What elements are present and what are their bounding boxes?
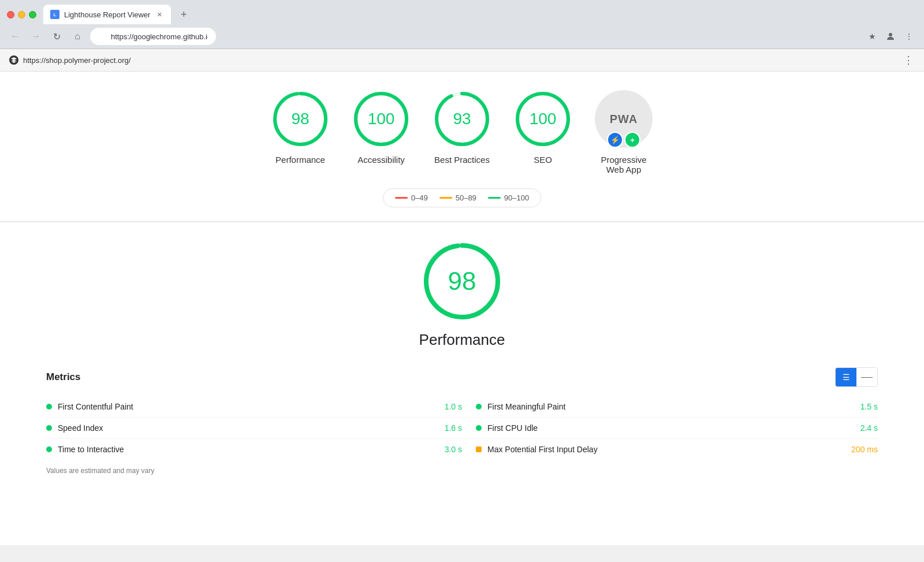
account-btn[interactable] <box>882 28 899 44</box>
metrics-grid: First Contentful Paint 1.0 s First Meani… <box>46 396 878 460</box>
toggle-detail-btn[interactable]: ── <box>856 368 877 386</box>
metric-name: First Meaningful Paint <box>487 402 855 411</box>
metrics-title: Metrics <box>46 371 81 383</box>
address-wrapper: 🔒 <box>90 28 859 45</box>
score-item-seo[interactable]: 100 SEO <box>514 90 572 165</box>
score-label-best-practices: Best Practices <box>434 155 490 165</box>
pwa-badge-plus: + <box>624 132 640 148</box>
minimize-window-btn[interactable] <box>18 11 25 18</box>
detail-section: 98 Performance Metrics ☰ ── First Conten… <box>0 222 924 493</box>
metric-value: 2.4 s <box>860 423 878 433</box>
legend-item-high: 90–100 <box>488 193 529 202</box>
metric-indicator <box>46 425 52 431</box>
metric-row: First CPU Idle 2.4 s <box>462 418 878 439</box>
title-bar: L Lighthouse Report Viewer × + <box>0 0 924 24</box>
info-bar: https://shop.polymer-project.org/ ⋮ <box>0 49 924 72</box>
metric-indicator <box>476 446 482 452</box>
metric-row: First Meaningful Paint 1.5 s <box>462 396 878 418</box>
maximize-window-btn[interactable] <box>29 11 36 18</box>
legend-dash-green <box>488 197 501 199</box>
metrics-note: Values are estimated and may vary <box>46 467 878 475</box>
metric-value: 1.6 s <box>445 423 462 433</box>
metric-value: 3.0 s <box>445 445 462 454</box>
score-circle-accessibility: 100 <box>352 90 410 148</box>
metric-value: 200 ms <box>851 445 878 454</box>
site-favicon <box>9 55 18 65</box>
toggle-list-btn[interactable]: ☰ <box>836 368 856 386</box>
page-content: 98 Performance 100 Accessibility <box>0 72 924 545</box>
scores-section: 98 Performance 100 Accessibility <box>0 72 924 222</box>
window-controls <box>7 11 36 18</box>
legend-label-mid: 50–89 <box>456 193 476 202</box>
tab-title: Lighthouse Report Viewer <box>64 10 150 19</box>
close-tab-btn[interactable]: × <box>155 10 164 19</box>
metric-name: First Contentful Paint <box>58 402 439 411</box>
site-url: https://shop.polymer-project.org/ <box>23 56 131 65</box>
metric-indicator <box>476 425 482 431</box>
forward-btn[interactable]: → <box>28 28 44 44</box>
toolbar-right: ★ ⋮ <box>864 28 917 44</box>
legend-label-low: 0–49 <box>411 193 428 202</box>
tab-favicon: L <box>50 10 59 19</box>
metric-row: Max Potential First Input Delay 200 ms <box>462 439 878 460</box>
pwa-badges: ⚡ + <box>607 132 640 148</box>
address-input[interactable] <box>90 28 216 45</box>
score-item-best-practices[interactable]: 93 Best Practices <box>433 90 491 165</box>
legend-item-mid: 50–89 <box>439 193 476 202</box>
score-circle-best-practices: 93 <box>433 90 491 148</box>
score-label-performance: Performance <box>275 155 325 165</box>
score-number-seo: 100 <box>530 110 557 128</box>
score-number-accessibility: 100 <box>368 110 395 128</box>
large-score-circle: 98 <box>422 241 502 322</box>
perf-score-large: 98 Performance <box>46 241 878 349</box>
metric-row: First Contentful Paint 1.0 s <box>46 396 462 418</box>
metric-name: First CPU Idle <box>487 423 855 433</box>
info-bar-menu-btn[interactable]: ⋮ <box>903 54 915 66</box>
score-label-accessibility: Accessibility <box>357 155 405 165</box>
metric-row: Speed Index 1.6 s <box>46 418 462 439</box>
score-item-accessibility[interactable]: 100 Accessibility <box>352 90 410 165</box>
active-tab[interactable]: L Lighthouse Report Viewer × <box>43 5 171 24</box>
metric-indicator <box>46 446 52 452</box>
legend-dash-red <box>395 197 408 199</box>
bookmark-btn[interactable]: ★ <box>864 28 880 44</box>
metrics-view-toggle: ☰ ── <box>835 367 878 387</box>
metric-indicator <box>46 404 52 410</box>
large-score-number: 98 <box>448 267 476 296</box>
metric-row: Time to Interactive 3.0 s <box>46 439 462 460</box>
score-circle-seo: 100 <box>514 90 572 148</box>
info-bar-left: https://shop.polymer-project.org/ <box>9 55 131 65</box>
address-bar-row: ← → ↻ ⌂ 🔒 ★ ⋮ <box>0 24 924 49</box>
metric-value: 1.0 s <box>445 402 462 411</box>
score-number-performance: 98 <box>291 110 309 128</box>
score-label-seo: SEO <box>534 155 552 165</box>
perf-detail-title: Performance <box>419 331 505 349</box>
home-btn[interactable]: ⌂ <box>69 28 85 44</box>
pwa-circle: PWA ⚡ + <box>595 90 653 148</box>
pwa-text: PWA <box>610 113 638 126</box>
pwa-badge-lightning: ⚡ <box>607 132 623 148</box>
legend-label-high: 90–100 <box>504 193 529 202</box>
metric-value: 1.5 s <box>860 402 878 411</box>
score-item-performance[interactable]: 98 Performance <box>271 90 329 165</box>
scores-row: 98 Performance 100 Accessibility <box>271 90 653 174</box>
new-tab-btn[interactable]: + <box>176 6 192 23</box>
back-btn[interactable]: ← <box>7 28 23 44</box>
browser-chrome: L Lighthouse Report Viewer × + ← → ↻ ⌂ 🔒… <box>0 0 924 49</box>
close-window-btn[interactable] <box>7 11 14 18</box>
metric-name: Max Potential First Input Delay <box>487 445 845 454</box>
refresh-btn[interactable]: ↻ <box>49 28 65 44</box>
score-item-pwa[interactable]: PWA ⚡ + ProgressiveWeb App <box>595 90 653 174</box>
svg-point-0 <box>889 33 892 36</box>
score-circle-performance: 98 <box>271 90 329 148</box>
score-label-pwa: ProgressiveWeb App <box>601 155 646 174</box>
metrics-header: Metrics ☰ ── <box>46 367 878 387</box>
score-number-best-practices: 93 <box>453 110 471 128</box>
menu-btn[interactable]: ⋮ <box>901 28 917 44</box>
legend-item-low: 0–49 <box>395 193 428 202</box>
legend: 0–49 50–89 90–100 <box>383 188 541 207</box>
metric-name: Time to Interactive <box>58 445 439 454</box>
metric-name: Speed Index <box>58 423 439 433</box>
metric-indicator <box>476 404 482 410</box>
legend-dash-orange <box>439 197 452 199</box>
